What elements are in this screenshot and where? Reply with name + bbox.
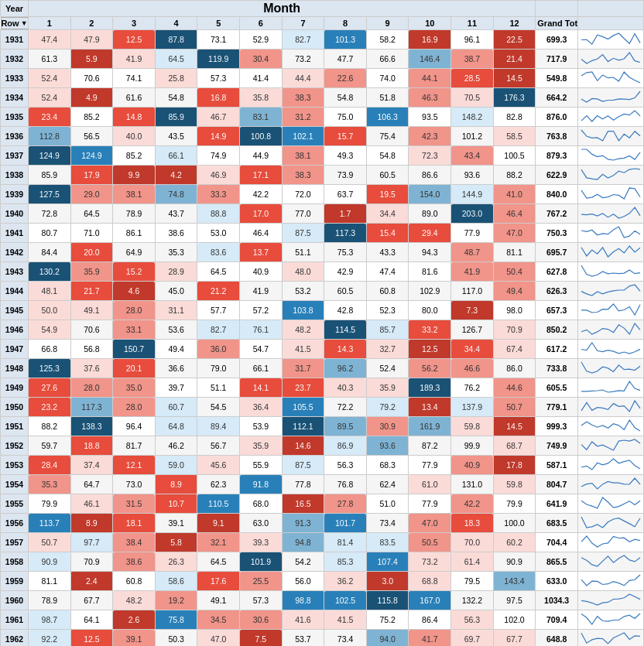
- cell-1947-1: 66.8: [29, 340, 71, 359]
- table-row: 1936112.856.540.043.514.9100.8102.115.77…: [1, 127, 644, 146]
- sparkline-cell: [578, 591, 644, 610]
- cell-1934-10: 46.3: [409, 88, 451, 108]
- cell-1932-10: 146.4: [409, 50, 451, 69]
- year-cell: 1934: [1, 88, 29, 108]
- grand-total-cell: 699.3: [536, 30, 578, 50]
- pivot-table: Year Month Row ▼ 1 2 3 4 5 6 7 8 9 10 11…: [0, 0, 644, 646]
- sparkline-cell: [578, 398, 644, 417]
- cell-1956-3: 18.1: [113, 514, 156, 533]
- cell-1939-10: 154.0: [409, 185, 451, 204]
- cell-1940-10: 89.0: [409, 204, 451, 224]
- cell-1940-3: 78.9: [113, 204, 156, 224]
- cell-1942-3: 64.9: [113, 243, 156, 262]
- table-row: 194550.049.128.031.157.757.2103.842.852.…: [1, 301, 644, 320]
- table-row: 194766.856.8150.749.436.054.741.514.332.…: [1, 340, 644, 359]
- cell-1937-10: 72.3: [409, 146, 451, 166]
- cell-1961-10: 86.4: [409, 610, 451, 630]
- cell-1944-4: 45.0: [155, 282, 197, 301]
- col-7-header: 7: [282, 17, 324, 30]
- cell-1949-9: 35.9: [366, 378, 409, 398]
- cell-1935-7: 31.2: [282, 108, 324, 127]
- cell-1957-1: 50.7: [29, 533, 71, 552]
- cell-1958-8: 85.3: [324, 552, 367, 572]
- cell-1939-8: 63.7: [324, 185, 367, 204]
- cell-1938-1: 85.9: [29, 166, 71, 185]
- cell-1954-10: 61.0: [409, 475, 451, 494]
- table-row: 194927.628.035.039.751.114.123.740.335.9…: [1, 378, 644, 398]
- cell-1940-6: 17.0: [240, 204, 283, 224]
- cell-1944-10: 102.9: [409, 282, 451, 301]
- cell-1962-8: 73.4: [324, 630, 367, 647]
- row-sort-icon[interactable]: ▼: [21, 19, 28, 27]
- sparkline-cell: [578, 552, 644, 572]
- month-header-row: Year Month: [1, 1, 644, 17]
- cell-1956-5: 9.1: [197, 514, 240, 533]
- cell-1934-3: 61.6: [113, 88, 156, 108]
- year-cell: 1953: [1, 456, 29, 475]
- cell-1954-8: 76.8: [324, 475, 367, 494]
- cell-1960-9: 115.8: [366, 591, 409, 610]
- grand-total-cell: 804.7: [536, 475, 578, 494]
- cell-1931-11: 96.1: [451, 30, 494, 50]
- cell-1942-1: 84.4: [29, 243, 71, 262]
- cell-1950-9: 79.2: [366, 398, 409, 417]
- cell-1938-3: 9.9: [113, 166, 156, 185]
- cell-1933-11: 28.5: [451, 69, 494, 88]
- cell-1937-4: 66.1: [155, 146, 197, 166]
- cell-1934-1: 52.4: [29, 88, 71, 108]
- table-row: 193523.485.214.885.946.783.131.275.0106.…: [1, 108, 644, 127]
- cell-1960-3: 48.2: [113, 591, 156, 610]
- col-9-header: 9: [366, 17, 409, 30]
- cell-1962-4: 50.3: [155, 630, 197, 647]
- cell-1959-9: 3.0: [366, 572, 409, 591]
- cell-1953-6: 55.9: [240, 456, 283, 475]
- cell-1931-4: 87.8: [155, 30, 197, 50]
- cell-1956-2: 8.9: [70, 514, 113, 533]
- cell-1935-3: 14.8: [113, 108, 156, 127]
- year-cell: 1937: [1, 146, 29, 166]
- col-5-header: 5: [197, 17, 240, 30]
- cell-1936-2: 56.5: [70, 127, 113, 146]
- col-10-header: 10: [409, 17, 451, 30]
- sparkline-cell: [578, 378, 644, 398]
- year-cell: 1935: [1, 108, 29, 127]
- cell-1950-11: 137.9: [451, 398, 494, 417]
- cell-1943-10: 81.6: [409, 262, 451, 282]
- cell-1935-8: 75.0: [324, 108, 367, 127]
- cell-1946-2: 70.6: [70, 320, 113, 340]
- cell-1935-1: 23.4: [29, 108, 71, 127]
- cell-1941-10: 29.4: [409, 224, 451, 243]
- cell-1932-8: 47.7: [324, 50, 367, 69]
- cell-1956-10: 47.0: [409, 514, 451, 533]
- grand-total-cell: 605.5: [536, 378, 578, 398]
- cell-1957-3: 38.4: [113, 533, 156, 552]
- cell-1939-4: 74.8: [155, 185, 197, 204]
- cell-1951-1: 88.2: [29, 417, 71, 436]
- cell-1938-6: 17.1: [240, 166, 283, 185]
- row-label-header: Row ▼: [1, 17, 29, 29]
- year-cell: 1952: [1, 436, 29, 456]
- cell-1958-7: 54.2: [282, 552, 324, 572]
- grand-total-cell: 617.2: [536, 340, 578, 359]
- cell-1962-1: 92.2: [29, 630, 71, 647]
- grand-total-cell: 779.1: [536, 398, 578, 417]
- cell-1935-10: 93.5: [409, 108, 451, 127]
- cell-1955-12: 79.9: [493, 494, 536, 514]
- cell-1955-3: 31.5: [113, 494, 156, 514]
- cell-1941-9: 15.4: [366, 224, 409, 243]
- cell-1942-6: 13.7: [240, 243, 283, 262]
- cell-1954-12: 59.8: [493, 475, 536, 494]
- year-cell: 1961: [1, 610, 29, 630]
- cell-1943-1: 130.2: [29, 262, 71, 282]
- cell-1942-12: 81.1: [493, 243, 536, 262]
- sparkline-cell: [578, 301, 644, 320]
- table-row: 195890.970.938.626.364.5101.954.285.3107…: [1, 552, 644, 572]
- cell-1932-4: 64.5: [155, 50, 197, 69]
- cell-1932-12: 21.4: [493, 50, 536, 69]
- cell-1956-6: 63.0: [240, 514, 283, 533]
- cell-1933-8: 22.6: [324, 69, 367, 88]
- sparkline-cell: [578, 610, 644, 630]
- cell-1939-1: 127.5: [29, 185, 71, 204]
- cell-1938-10: 86.6: [409, 166, 451, 185]
- cell-1952-4: 46.2: [155, 436, 197, 456]
